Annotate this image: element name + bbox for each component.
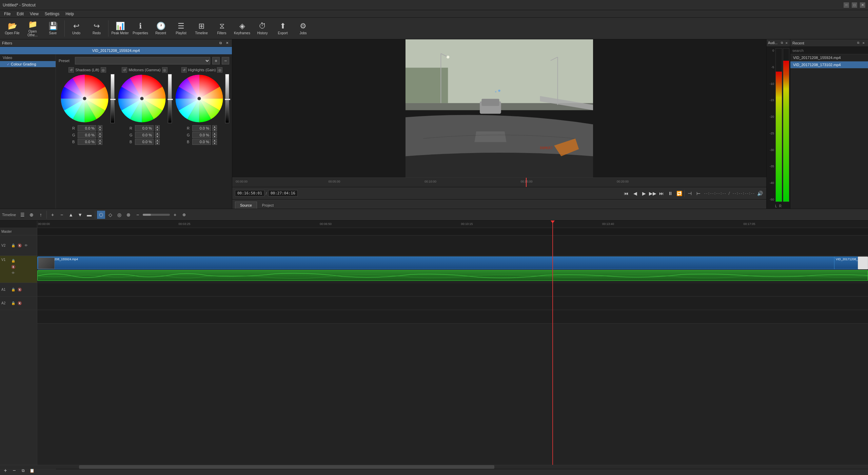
shadows-b-down[interactable]: ▼ [98, 142, 102, 145]
midtones-g-down[interactable]: ▼ [155, 135, 160, 138]
toggle-pause-button[interactable]: ⏸ [667, 190, 674, 197]
playlist-button[interactable]: ☰ Playlist [172, 19, 191, 38]
menu-file[interactable]: File [1, 11, 13, 17]
highlights-r-up[interactable]: ▲ [212, 125, 217, 128]
recent-close-button[interactable]: ✕ [861, 41, 866, 45]
timeline-button[interactable]: ⊞ Timeline [192, 19, 211, 38]
shadows-reset-button[interactable]: ↺ [68, 67, 74, 73]
shadows-color-wheel[interactable] [60, 74, 109, 123]
select-tool-button[interactable]: ⬡ [97, 211, 105, 219]
close-button[interactable]: ✕ [860, 2, 865, 8]
v1-lock-button[interactable]: 🔒 [11, 258, 16, 263]
v1-eye-button[interactable]: 👁 [11, 270, 16, 276]
minimize-button[interactable]: ─ [844, 2, 849, 8]
scrollbar-thumb[interactable] [79, 465, 494, 469]
filters-float-button[interactable]: ⧉ [218, 40, 223, 46]
midtones-color-wheel[interactable] [117, 74, 166, 123]
filter-colour-grading-item[interactable]: ✓ Colour Grading [0, 61, 56, 67]
midtones-reset-button[interactable]: ↺ [122, 67, 127, 73]
midtones-r-up[interactable]: ▲ [155, 125, 160, 128]
highlights-reset-button[interactable]: ↺ [181, 67, 187, 73]
remove-track-button[interactable]: − [58, 211, 66, 219]
highlights-b-up[interactable]: ▲ [212, 139, 217, 142]
recent-float-button[interactable]: ⧉ [856, 41, 861, 45]
zoom-fit-button[interactable]: ⊕ [180, 211, 188, 219]
shadows-r-up[interactable]: ▲ [98, 125, 102, 128]
properties-button[interactable]: ℹ Properties [131, 19, 150, 38]
skip-end-button[interactable]: ⏭ [658, 190, 665, 197]
save-button[interactable]: 💾 Save [43, 19, 62, 38]
midtones-b-up[interactable]: ▲ [155, 139, 160, 142]
source-tab[interactable]: Source [235, 202, 257, 209]
filters-close-button[interactable]: ✕ [224, 40, 230, 46]
midtones-r-down[interactable]: ▼ [155, 128, 160, 131]
shadows-b-up[interactable]: ▲ [98, 139, 102, 142]
shadows-g-up[interactable]: ▲ [98, 132, 102, 135]
preset-select[interactable] [75, 57, 210, 64]
volume-button[interactable]: 🔊 [756, 190, 764, 197]
shadows-g-input[interactable] [78, 132, 96, 138]
v2-eye-button[interactable]: 👁 [23, 243, 29, 248]
highlights-b-input[interactable] [192, 139, 211, 145]
add-track-button[interactable]: + [48, 211, 57, 219]
shadows-r-down[interactable]: ▼ [98, 128, 102, 131]
highlights-g-input[interactable] [192, 132, 211, 138]
menu-edit[interactable]: Edit [14, 11, 26, 17]
clips-view-button[interactable]: ▬ [85, 211, 93, 219]
play-button[interactable]: ▶ [640, 190, 648, 197]
menu-help[interactable]: Help [63, 11, 77, 17]
open-other-button[interactable]: 📁 Open Othe... [23, 19, 42, 38]
shadows-b-input[interactable] [78, 139, 96, 145]
highlights-vertical-slider[interactable] [225, 74, 229, 123]
shadows-vertical-slider[interactable] [111, 74, 115, 123]
menu-settings[interactable]: Settings [42, 11, 62, 17]
append-button[interactable]: ⊕ [27, 211, 36, 219]
v2-mute-button[interactable]: 🔇 [17, 243, 22, 248]
v1-mute-button[interactable]: 🔇 [11, 264, 16, 269]
ripple-button[interactable]: ◎ [115, 211, 123, 219]
project-tab[interactable]: Project [257, 202, 279, 209]
midtones-g-up[interactable]: ▲ [155, 132, 160, 135]
a2-lock-button[interactable]: 🔒 [11, 301, 16, 306]
lift-button[interactable]: ↑ [37, 211, 45, 219]
undo-button[interactable]: ↩ Undo [67, 19, 86, 38]
redo-button[interactable]: ↪ Redo [87, 19, 106, 38]
history-button[interactable]: ⏱ History [253, 19, 272, 38]
highlights-color-wheel[interactable] [175, 74, 224, 123]
midtones-b-down[interactable]: ▼ [155, 142, 160, 145]
midtones-eye-button[interactable]: ◎ [162, 67, 167, 73]
midtones-r-input[interactable] [135, 125, 154, 131]
highlights-g-down[interactable]: ▼ [212, 135, 217, 138]
keyframes-button[interactable]: ◈ Keyframes [233, 19, 252, 38]
in-point-button[interactable]: ⊣ [686, 190, 693, 197]
maximize-button[interactable]: □ [852, 2, 857, 8]
v1-video-clip[interactable]: VID_20171208_155924.mp4 [37, 256, 868, 269]
peak-meter-button[interactable]: 📊 Peak Meter [111, 19, 130, 38]
export-button[interactable]: ⬆ Export [273, 19, 292, 38]
preset-add-button[interactable]: + [212, 57, 220, 64]
highlights-b-down[interactable]: ▼ [212, 142, 217, 145]
recent-search-input[interactable] [790, 47, 868, 54]
recent-item-1[interactable]: VID_20171208_173102.mp4 [790, 61, 868, 69]
move-up-button[interactable]: ▲ [67, 211, 75, 219]
midtones-g-input[interactable] [135, 132, 154, 138]
shadows-g-down[interactable]: ▼ [98, 135, 102, 138]
shadows-r-input[interactable] [78, 125, 96, 131]
jobs-button[interactable]: ⚙ Jobs [294, 19, 313, 38]
move-down-button[interactable]: ▼ [76, 211, 84, 219]
ripple-all-button[interactable]: ⊗ [124, 211, 133, 219]
highlights-r-down[interactable]: ▼ [212, 128, 217, 131]
highlights-g-up[interactable]: ▲ [212, 132, 217, 135]
v1-audio-wave[interactable] [37, 270, 868, 281]
v2-lock-button[interactable]: 🔒 [11, 243, 16, 248]
midtones-vertical-slider[interactable] [168, 74, 172, 123]
highlights-eye-button[interactable]: ◎ [217, 67, 222, 73]
out-point-button[interactable]: ⊢ [695, 190, 702, 197]
step-back-button[interactable]: ◀ [631, 190, 639, 197]
shadows-eye-button[interactable]: ◎ [101, 67, 106, 73]
menu-view[interactable]: View [27, 11, 41, 17]
zoom-slider[interactable] [143, 214, 170, 216]
razor-tool-button[interactable]: ◇ [106, 211, 114, 219]
highlights-r-input[interactable] [192, 125, 211, 131]
filters-button[interactable]: ⧖ Filters [212, 19, 231, 38]
